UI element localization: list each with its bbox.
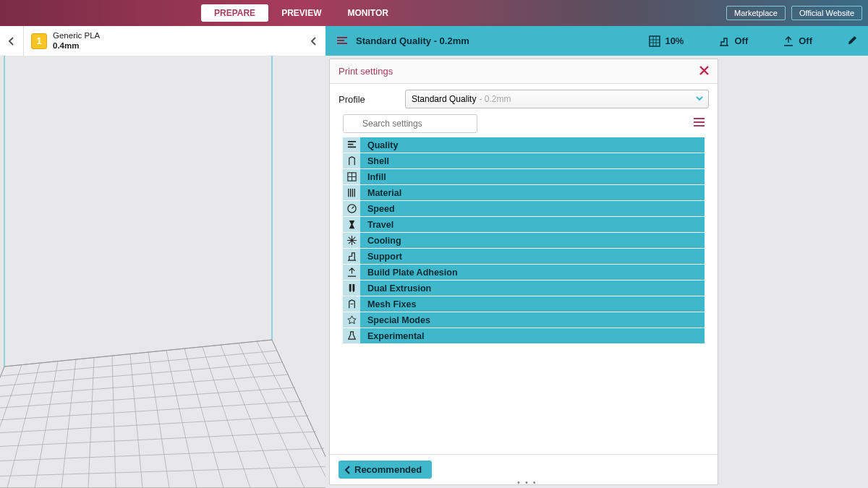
top-toolbar: PREPARE PREVIEW MONITOR Marketplace Offi… <box>0 0 868 26</box>
collapse-material-button[interactable] <box>302 26 326 56</box>
workspace: Print settings Profile Standard Quality … <box>0 56 868 488</box>
special-modes-icon <box>343 312 360 328</box>
mesh-fixes-icon <box>343 296 360 312</box>
experimental-icon <box>343 328 360 343</box>
category-cooling[interactable]: Cooling <box>343 233 705 248</box>
svg-line-18 <box>257 341 326 488</box>
tab-monitor[interactable]: MONITOR <box>334 4 401 22</box>
adhesion-icon <box>783 35 794 47</box>
summary-adhesion: Off <box>783 35 812 47</box>
category-label: Build Plate Adhesion <box>360 267 458 278</box>
svg-line-22 <box>0 374 289 397</box>
profile-selected-value: Standard Quality <box>412 94 476 104</box>
svg-line-24 <box>0 401 302 421</box>
category-label: Travel <box>360 220 393 230</box>
hamburger-icon <box>694 118 705 127</box>
category-shell[interactable]: Shell <box>343 153 705 168</box>
category-label: Mesh Fixes <box>360 299 416 309</box>
search-settings-input[interactable] <box>343 114 477 133</box>
pencil-icon <box>847 35 858 46</box>
tab-preview[interactable]: PREVIEW <box>268 4 334 22</box>
svg-line-10 <box>112 356 116 488</box>
svg-rect-0 <box>650 36 660 46</box>
svg-line-9 <box>88 358 94 488</box>
svg-line-7 <box>35 361 58 488</box>
svg-line-20 <box>1 351 277 376</box>
marketplace-link[interactable]: Marketplace <box>726 6 786 20</box>
category-label: Experimental <box>360 331 425 341</box>
profile-dropdown[interactable]: Standard Quality - 0.2mm <box>405 90 709 108</box>
svg-line-26 <box>0 432 316 448</box>
support-icon <box>343 249 360 264</box>
svg-line-14 <box>184 348 224 488</box>
category-label: Support <box>360 252 402 262</box>
nozzle-size: 0.4mm <box>53 41 100 51</box>
category-experimental[interactable]: Experimental <box>343 328 705 343</box>
print-summary-bar[interactable]: Standard Quality - 0.2mm 10% Off Off <box>326 26 868 56</box>
chevron-left-icon <box>344 466 352 474</box>
shell-icon <box>343 153 360 168</box>
collapse-left-button[interactable] <box>0 26 23 56</box>
resize-handle[interactable]: • • • <box>517 478 537 487</box>
category-material[interactable]: Material <box>343 185 705 200</box>
category-label: Material <box>360 188 401 198</box>
adhesion-icon <box>343 265 360 280</box>
category-mesh-fixes[interactable]: Mesh Fixes <box>343 296 705 312</box>
summary-infill: 10% <box>649 35 684 47</box>
panel-title: Print settings <box>339 66 393 77</box>
svg-line-13 <box>166 351 197 488</box>
profile-selected-suffix: - 0.2mm <box>479 94 511 104</box>
category-support[interactable]: Support <box>343 249 705 264</box>
speed-icon <box>343 201 360 216</box>
material-name: Generic PLA <box>53 31 100 41</box>
svg-line-6 <box>7 363 40 488</box>
settings-categories: Quality Shell Infill Material Speed Trav… <box>330 137 718 344</box>
category-label: Quality <box>360 140 398 150</box>
cooling-icon <box>343 233 360 248</box>
chevron-left-icon <box>310 36 318 46</box>
category-adhesion[interactable]: Build Plate Adhesion <box>343 265 705 280</box>
chevron-down-icon <box>695 94 704 105</box>
settings-visibility-menu[interactable] <box>694 118 705 129</box>
quality-icon <box>343 137 360 153</box>
profile-label: Profile <box>339 94 398 105</box>
mode-tabs: PREPARE PREVIEW MONITOR <box>201 4 401 22</box>
summary-support: Off <box>718 35 748 47</box>
category-label: Shell <box>360 156 389 166</box>
category-travel[interactable]: Travel <box>343 217 705 232</box>
category-label: Speed <box>360 204 395 214</box>
category-quality[interactable]: Quality <box>343 137 705 153</box>
material-selector[interactable]: 1 Generic PLA 0.4mm <box>23 26 107 56</box>
recommended-label: Recommended <box>354 464 422 475</box>
chevron-left-icon <box>8 36 15 46</box>
extruder-badge-icon: 1 <box>31 33 47 49</box>
svg-line-5 <box>0 365 22 488</box>
build-plate-viewport[interactable] <box>0 56 326 488</box>
category-label: Infill <box>360 172 386 182</box>
layers-icon <box>336 35 349 48</box>
close-icon <box>699 66 709 75</box>
support-icon <box>718 35 730 47</box>
secondary-bar: 1 Generic PLA 0.4mm Standard Quality - 0… <box>0 26 868 56</box>
category-label: Cooling <box>360 236 401 246</box>
travel-icon <box>343 217 360 232</box>
svg-line-8 <box>61 359 76 488</box>
official-website-link[interactable]: Official Website <box>791 6 862 20</box>
recommended-mode-button[interactable]: Recommended <box>339 461 432 479</box>
category-dual-extrusion[interactable]: Dual Extrusion <box>343 281 705 296</box>
svg-line-23 <box>0 388 295 408</box>
category-speed[interactable]: Speed <box>343 201 705 216</box>
infill-icon <box>649 35 660 47</box>
edit-settings-button[interactable] <box>847 35 858 48</box>
summary-profile: Standard Quality - 0.2mm <box>356 35 469 46</box>
svg-line-28 <box>0 466 326 477</box>
category-infill[interactable]: Infill <box>343 169 705 184</box>
category-special-modes[interactable]: Special Modes <box>343 312 705 328</box>
tab-prepare[interactable]: PREPARE <box>201 4 268 22</box>
svg-line-19 <box>4 340 272 367</box>
category-label: Dual Extrusion <box>360 283 431 294</box>
infill-icon <box>343 169 360 184</box>
close-panel-button[interactable] <box>699 64 709 79</box>
svg-line-27 <box>0 448 324 462</box>
svg-line-21 <box>0 362 283 386</box>
